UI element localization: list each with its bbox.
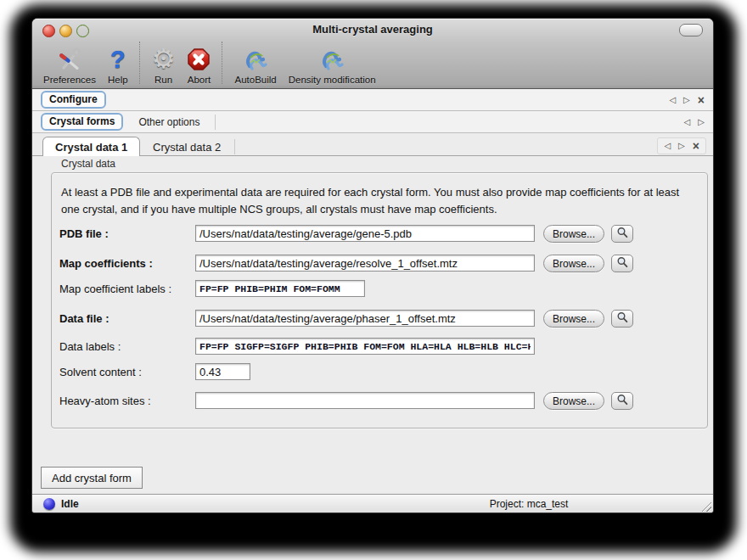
heavy-atom-sites-input[interactable]: [195, 392, 535, 409]
pdb-browse-button[interactable]: Browse...: [543, 225, 604, 243]
heavy-atom-sites-label: Heavy-atom sites :: [59, 395, 151, 407]
toolbar-separator: [222, 42, 223, 84]
magnifier-icon: [616, 311, 628, 326]
scroll-right-icon[interactable]: ▷: [678, 141, 685, 151]
magnifier-icon: [616, 256, 628, 271]
run-gear-icon: ⚙: [152, 45, 176, 74]
toolbar-item-preferences[interactable]: Preferences: [37, 41, 102, 85]
scroll-right-icon[interactable]: ▷: [683, 95, 690, 105]
data-labels-label: Data labels :: [59, 340, 121, 353]
crystal-data-tabbar: Crystal data 1 Crystal data 2 ◁ ▷ ×: [32, 137, 713, 156]
app-window: Multi-crystal averaging Preference: [32, 19, 713, 512]
toolbar-separator: [139, 42, 141, 84]
tab-configure[interactable]: Configure: [41, 91, 106, 109]
tab-divider: [215, 115, 216, 130]
pdb-file-label: PDB file :: [59, 227, 109, 240]
heavy-atom-sites-browse-button[interactable]: Browse...: [543, 392, 604, 410]
toolbar: Preferences ? Help ⚙ Run: [37, 41, 382, 87]
pdb-inspect-button[interactable]: [611, 225, 633, 243]
close-tab-icon[interactable]: ×: [693, 141, 699, 151]
data-file-label: Data file :: [59, 312, 110, 325]
help-question-icon: ?: [110, 45, 126, 74]
tab-crystal-forms[interactable]: Crystal forms: [41, 113, 123, 131]
solvent-content-input[interactable]: [195, 363, 250, 380]
solvent-content-label: Solvent content :: [59, 366, 142, 378]
map-coefficients-label: Map coefficients :: [59, 257, 153, 270]
magnifier-icon: [616, 394, 628, 408]
heavy-atom-sites-inspect-button[interactable]: [611, 392, 633, 410]
toolbar-item-run[interactable]: ⚙ Run: [146, 41, 182, 85]
toolbar-label: Abort: [188, 75, 211, 85]
options-tab-row: Crystal forms Other options ◁ ▷: [32, 111, 713, 133]
window-title: Multi-crystal averaging: [32, 23, 713, 36]
density-modification-protein-icon: [317, 45, 346, 74]
map-coefficient-labels-input[interactable]: [195, 280, 365, 297]
tab-row-controls: ◁ ▷ ×: [669, 95, 705, 105]
scroll-left-icon[interactable]: ◁: [664, 141, 671, 151]
data-file-browse-button[interactable]: Browse...: [543, 310, 604, 328]
map-coefficients-inspect-button[interactable]: [611, 255, 633, 272]
screenshot-stage: Multi-crystal averaging Preference: [0, 0, 747, 560]
tab-crystal-data-1[interactable]: Crystal data 1: [42, 137, 140, 156]
status-project-text: Project: mca_test: [431, 498, 626, 510]
toolbar-item-help[interactable]: ? Help: [102, 41, 134, 85]
data-labels-input[interactable]: [195, 338, 535, 355]
tab-crystal-data-2[interactable]: Crystal data 2: [141, 137, 233, 156]
window-header: Multi-crystal averaging Preference: [32, 19, 713, 89]
toolbar-item-autobuild[interactable]: AutoBuild: [228, 41, 282, 85]
toolbar-label: AutoBuild: [234, 75, 276, 85]
scroll-left-icon[interactable]: ◁: [669, 95, 676, 105]
toolbar-label: Preferences: [43, 75, 96, 85]
group-title: Crystal data: [61, 158, 115, 170]
abort-stop-icon: [187, 45, 211, 74]
preferences-tools-icon: [57, 45, 82, 74]
add-crystal-form-button[interactable]: Add crystal form: [41, 467, 143, 489]
scroll-left-icon[interactable]: ◁: [684, 117, 691, 127]
status-state-text: Idle: [61, 498, 79, 510]
toolbar-label: Help: [108, 75, 128, 85]
close-tab-icon[interactable]: ×: [698, 95, 705, 105]
configure-tab-row: Configure ◁ ▷ ×: [32, 89, 713, 111]
data-file-input[interactable]: [195, 310, 535, 327]
toolbar-label: Density modification: [289, 75, 376, 85]
toolbar-label: Run: [154, 75, 172, 85]
map-coefficients-browse-button[interactable]: Browse...: [543, 255, 604, 272]
status-sphere-icon: [43, 498, 55, 510]
tab-other-options[interactable]: Other options: [135, 115, 203, 130]
tab-row-controls: ◁ ▷: [684, 117, 705, 127]
toolbar-item-abort[interactable]: Abort: [181, 41, 216, 85]
autobuild-protein-icon: [241, 45, 270, 74]
resize-grip[interactable]: [700, 501, 711, 512]
map-coefficients-input[interactable]: [195, 255, 535, 272]
tab-divider: [234, 139, 235, 154]
status-bar: Idle Project: mca_test: [32, 494, 713, 512]
form-description: At least a PDB file and experimental dat…: [61, 184, 691, 217]
scroll-right-icon[interactable]: ▷: [698, 117, 705, 127]
toolbar-toggle-lozenge[interactable]: [679, 24, 703, 36]
data-file-inspect-button[interactable]: [611, 310, 633, 328]
magnifier-icon: [616, 227, 628, 241]
map-coefficient-labels-label: Map coefficient labels :: [59, 283, 171, 295]
toolbar-item-density-modification[interactable]: Density modification: [283, 41, 382, 85]
tabbar-controls: ◁ ▷ ×: [657, 137, 706, 154]
titlebar[interactable]: Multi-crystal averaging: [32, 19, 713, 39]
pdb-file-input[interactable]: [195, 225, 535, 242]
